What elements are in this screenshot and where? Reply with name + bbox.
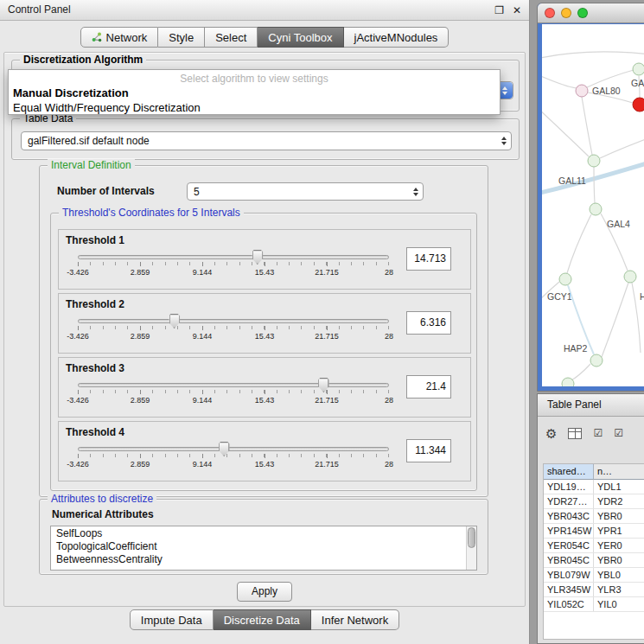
network-node-label: GA <box>631 78 644 88</box>
slider-track[interactable] <box>78 383 389 387</box>
table-cell[interactable]: YER054C <box>544 539 594 552</box>
control-panel-titlebar[interactable]: Control Panel ❐ ✕ <box>0 0 529 21</box>
network-edge[interactable] <box>542 107 589 156</box>
table-row[interactable]: YDL19…YDL1 <box>544 480 644 494</box>
threshold-value-field[interactable]: 14.713 <box>406 247 451 271</box>
network-node[interactable] <box>590 203 602 215</box>
network-edge[interactable] <box>600 130 644 158</box>
table-cell[interactable]: YBR045C <box>544 553 594 567</box>
table-row[interactable]: YER054CYER0 <box>544 539 644 553</box>
network-edge[interactable] <box>594 167 595 203</box>
zoom-button[interactable] <box>577 8 588 18</box>
network-edge[interactable] <box>567 214 591 273</box>
table-row[interactable]: YBR045CYBR0 <box>544 553 644 568</box>
network-canvas[interactable]: GAL80GAGAL11GAL4GCY1HHAP2 <box>542 24 644 386</box>
close-button[interactable] <box>545 8 555 18</box>
tab-network[interactable]: Network <box>80 27 159 48</box>
table-cell[interactable]: YBL079W <box>544 568 594 582</box>
table-row[interactable]: YBL079WYBL0 <box>544 568 644 583</box>
group-title: Threshold's Coordinates for 5 Intervals <box>59 207 244 219</box>
slider-scale-label: 2.859 <box>131 332 150 341</box>
float-window-icon[interactable]: ❐ <box>494 1 504 21</box>
threshold-slider[interactable]: -3.4262.8599.14415.4321.71528 <box>78 252 389 281</box>
network-node[interactable] <box>633 98 644 112</box>
number-of-intervals-combobox[interactable]: 5 <box>187 182 424 201</box>
network-node[interactable] <box>633 63 644 75</box>
table-cell[interactable]: YDL19… <box>544 480 594 494</box>
minimize-button[interactable] <box>561 8 571 18</box>
threshold-value-field[interactable]: 11.344 <box>406 439 451 462</box>
table-cell[interactable]: YLR345W <box>544 583 594 596</box>
slider-track[interactable] <box>78 255 389 259</box>
table-cell[interactable]: YER0 <box>594 539 644 552</box>
table-cell[interactable]: YDR27… <box>544 494 594 508</box>
network-node[interactable] <box>590 354 603 367</box>
slider-track[interactable] <box>78 319 389 323</box>
dropdown-option-manual-discretization[interactable]: Manual Discretization <box>9 86 500 100</box>
combo-arrows-icon[interactable] <box>409 183 423 200</box>
list-scrollbar[interactable] <box>466 526 476 570</box>
table-row[interactable]: YBR043CYBR0 <box>544 509 644 524</box>
table-cell[interactable]: YBR0 <box>594 553 644 567</box>
slider-scale-label: 9.144 <box>193 332 213 341</box>
network-edge[interactable] <box>587 70 634 87</box>
tab-jactivemnodules[interactable]: jActiveMNodules <box>344 27 450 48</box>
table-panel-titlebar[interactable]: Table Panel <box>538 394 644 417</box>
attribute-list-item[interactable]: TopologicalCoefficient <box>51 540 465 553</box>
table-cell[interactable]: YIL0 <box>594 597 644 611</box>
table-cell[interactable]: YBL0 <box>594 568 644 582</box>
threshold-slider[interactable]: -3.4262.8599.14415.4321.71528 <box>78 379 389 409</box>
threshold-value-field[interactable]: 6.316 <box>406 311 451 335</box>
tab-discretize-data[interactable]: Discretize Data <box>214 609 311 630</box>
table-row[interactable]: YIL052CYIL0 <box>544 597 644 612</box>
numeric-attributes-list[interactable]: SelfLoopsTopologicalCoefficientBetweenne… <box>50 526 477 571</box>
tab-style[interactable]: Style <box>158 27 205 48</box>
columns-icon[interactable] <box>568 428 582 439</box>
gear-icon[interactable]: ⚙ <box>545 427 557 440</box>
table-data-combobox[interactable]: galFiltered.sif default node <box>21 131 512 150</box>
network-node[interactable] <box>562 378 574 386</box>
network-node[interactable] <box>576 85 588 97</box>
combo-arrows-icon[interactable] <box>497 132 511 150</box>
table-cell[interactable]: YBR0 <box>594 509 644 523</box>
network-edge[interactable] <box>542 52 644 59</box>
network-window-titlebar[interactable] <box>538 3 644 23</box>
dropdown-option-equal-width[interactable]: Equal Width/Frequency Discretization <box>9 100 500 115</box>
tab-impute-data[interactable]: Impute Data <box>130 609 214 630</box>
network-node[interactable] <box>588 155 600 167</box>
apply-button[interactable]: Apply <box>237 582 292 602</box>
close-window-icon[interactable]: ✕ <box>513 1 521 21</box>
network-edge[interactable] <box>542 74 577 88</box>
threshold-slider[interactable]: -3.4262.8599.14415.4321.71528 <box>78 316 389 345</box>
table-row[interactable]: YPR145WYPR1 <box>544 524 644 539</box>
network-edge[interactable] <box>602 283 628 357</box>
table-cell[interactable]: YLR3 <box>594 583 644 596</box>
tab-cyni-toolbox[interactable]: Cyni Toolbox <box>258 27 343 48</box>
tab-infer-network[interactable]: Infer Network <box>311 609 399 630</box>
tab-select[interactable]: Select <box>205 27 258 48</box>
dropdown-hint-option[interactable]: Select algorithm to view settings <box>9 70 500 86</box>
table-cell[interactable]: YPR145W <box>544 524 594 538</box>
column-header-shared-name[interactable]: shared… <box>544 464 594 480</box>
table-row[interactable]: YDR27…YDR2 <box>544 494 644 509</box>
network-node[interactable] <box>559 273 571 285</box>
network-edge[interactable] <box>582 97 592 155</box>
scrollbar-thumb[interactable] <box>468 527 475 548</box>
table-cell[interactable]: YBR043C <box>544 509 594 523</box>
table-row[interactable]: YLR345WYLR3 <box>544 583 644 597</box>
threshold-value-field[interactable]: 21.4 <box>406 375 451 399</box>
threshold-slider[interactable]: -3.4262.8599.14415.4321.71528 <box>78 443 389 473</box>
slider-track[interactable] <box>78 447 389 451</box>
network-node[interactable] <box>624 271 636 283</box>
network-edge[interactable] <box>571 364 590 380</box>
table-cell[interactable]: YDR2 <box>594 494 644 508</box>
select-all-icon[interactable]: ☑ <box>593 428 603 438</box>
table-cell[interactable]: YPR1 <box>594 524 644 538</box>
attribute-list-item[interactable]: SelfLoops <box>51 527 465 540</box>
slider-scale-label: 15.43 <box>255 268 275 277</box>
attribute-list-item[interactable]: BetweennessCentrality <box>51 553 465 566</box>
select-rows-icon[interactable]: ☑ <box>614 428 623 438</box>
table-cell[interactable]: YDL1 <box>594 480 644 494</box>
column-header-name[interactable]: n… <box>594 464 644 480</box>
table-cell[interactable]: YIL052C <box>544 597 594 611</box>
